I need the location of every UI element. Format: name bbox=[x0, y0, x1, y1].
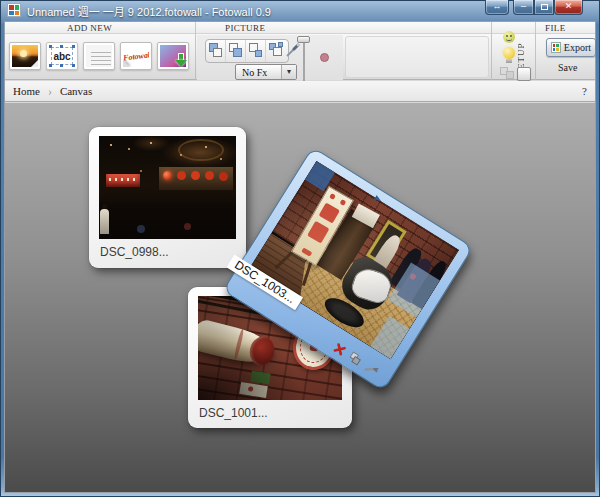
slider-handle[interactable] bbox=[297, 36, 310, 43]
minimize-button[interactable]: – bbox=[513, 0, 534, 15]
app-icon-tile bbox=[15, 11, 20, 16]
export-button[interactable]: Export bbox=[546, 38, 596, 57]
setup-checkbox[interactable] bbox=[517, 67, 531, 81]
app-icon-tile bbox=[9, 11, 14, 16]
scene-shape bbox=[99, 200, 236, 239]
add-new-tools: abc Fotowall bbox=[9, 42, 189, 70]
photo-label: DSC_0998... bbox=[100, 245, 169, 259]
export-label: Export bbox=[564, 42, 591, 53]
opacity-slider[interactable] bbox=[297, 36, 311, 84]
breadcrumb-canvas[interactable]: Canvas bbox=[60, 85, 92, 97]
raise-button[interactable] bbox=[206, 40, 226, 62]
scene-shape bbox=[163, 171, 172, 180]
ribbon-toolbar: ADD NEW PICTURE FILE abc bbox=[5, 22, 595, 80]
maximize-icon bbox=[541, 4, 548, 10]
breadcrumb-separator-icon: › bbox=[48, 84, 52, 99]
page-fold bbox=[31, 60, 38, 67]
export-icon-tile bbox=[553, 48, 555, 51]
photo-image bbox=[99, 136, 236, 239]
breadcrumb-home[interactable]: Home bbox=[13, 85, 40, 97]
lightbulb-icon[interactable] bbox=[503, 47, 515, 63]
stack-icon bbox=[213, 48, 222, 57]
effects-dropdown[interactable]: No Fx ▾ bbox=[235, 64, 297, 80]
window-title: Unnamed 週一 一月 9 2012.fotowall - Fotowall… bbox=[27, 3, 271, 19]
fotowall-page-icon: Fotowall bbox=[123, 45, 149, 67]
fotowall-window: Unnamed 週一 一月 9 2012.fotowall - Fotowall… bbox=[0, 0, 600, 497]
section-divider bbox=[535, 22, 536, 80]
bring-front-button[interactable] bbox=[246, 40, 266, 62]
chevron-down-icon: ▾ bbox=[281, 65, 296, 79]
export-icon-tile bbox=[553, 44, 555, 47]
stack-icon bbox=[233, 48, 242, 57]
smiley-icon[interactable] bbox=[503, 31, 515, 43]
help-button[interactable]: ? bbox=[582, 85, 587, 97]
add-web-picture-button[interactable] bbox=[157, 42, 189, 70]
section-label-add-new: ADD NEW bbox=[67, 23, 112, 33]
export-icon-tile bbox=[556, 44, 558, 47]
export-icon bbox=[551, 42, 561, 53]
scene-shape bbox=[159, 167, 233, 190]
disabled-layers-icon bbox=[500, 67, 515, 80]
wordcloud-icon bbox=[86, 45, 112, 67]
bulb-glass bbox=[503, 47, 515, 59]
section-label-file: FILE bbox=[545, 23, 566, 33]
client-area: ADD NEW PICTURE FILE abc bbox=[4, 21, 596, 493]
resize-button[interactable]: ↔ bbox=[485, 0, 509, 15]
add-canvas-button[interactable]: Fotowall bbox=[120, 42, 152, 70]
delete-icon[interactable] bbox=[332, 342, 347, 357]
canvas-area[interactable]: DSC_0998... DSC_1001... bbox=[5, 103, 595, 492]
send-back-button[interactable] bbox=[266, 40, 286, 62]
app-icon-tile bbox=[15, 5, 20, 10]
selection-handles-icon bbox=[49, 45, 52, 48]
layer-square bbox=[506, 71, 514, 79]
page-fold bbox=[123, 60, 130, 67]
scene-shape bbox=[184, 223, 191, 230]
add-wordcloud-button[interactable] bbox=[83, 42, 115, 70]
arrow-head bbox=[175, 60, 187, 67]
section-label-picture: PICTURE bbox=[225, 23, 265, 33]
scene-shape bbox=[178, 139, 223, 161]
flip-icon[interactable] bbox=[347, 351, 363, 367]
effects-value: No Fx bbox=[242, 67, 267, 78]
titlebar[interactable]: Unnamed 週一 一月 9 2012.fotowall - Fotowall… bbox=[0, 0, 600, 21]
scene-shape bbox=[106, 174, 140, 187]
stack-icon bbox=[278, 42, 283, 47]
toolbar-empty-panel bbox=[345, 36, 489, 78]
text-tool-icon: abc bbox=[51, 47, 73, 65]
color-dot-indicator[interactable] bbox=[320, 53, 329, 62]
download-arrow-icon bbox=[175, 54, 187, 68]
section-divider bbox=[491, 22, 492, 80]
stack-order-group bbox=[205, 39, 289, 63]
close-button[interactable]: ✕ bbox=[554, 0, 583, 15]
wrench-icon[interactable] bbox=[363, 361, 380, 377]
scene-shape bbox=[100, 209, 109, 234]
save-button[interactable]: Save bbox=[558, 62, 577, 73]
stack-icon bbox=[273, 47, 282, 56]
picture-icon bbox=[12, 45, 38, 67]
lower-button[interactable] bbox=[226, 40, 246, 62]
add-picture-button[interactable] bbox=[9, 42, 41, 70]
section-divider bbox=[195, 22, 196, 80]
photo-frame-dsc0998[interactable]: DSC_0998... bbox=[89, 127, 246, 268]
stack-icon bbox=[255, 50, 262, 57]
app-icon bbox=[7, 3, 21, 17]
add-text-button[interactable]: abc bbox=[46, 42, 78, 70]
maximize-button[interactable] bbox=[534, 0, 554, 15]
bulb-base bbox=[506, 59, 512, 63]
slider-track bbox=[303, 42, 305, 82]
app-icon-tile bbox=[9, 5, 14, 10]
photo-label: DSC_1001... bbox=[199, 406, 268, 420]
export-icon-tile bbox=[556, 48, 558, 51]
breadcrumb: Home › Canvas ? bbox=[5, 81, 595, 102]
